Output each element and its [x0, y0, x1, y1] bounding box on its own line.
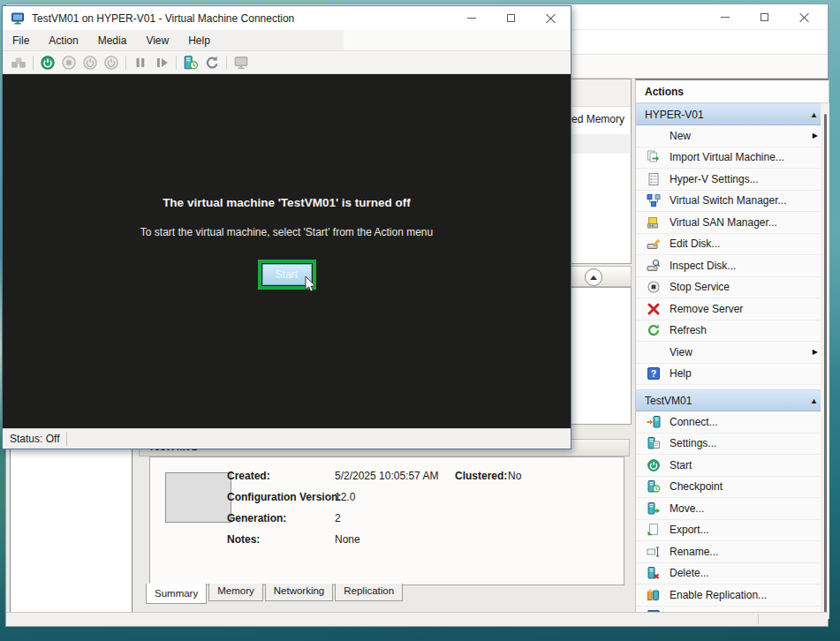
- collapse-arrow-icon: ▲: [810, 110, 818, 119]
- manager-close-button[interactable]: [784, 4, 824, 29]
- vm-connection-window: TestVM01 on HYPER-V01 - Virtual Machine …: [2, 5, 571, 449]
- revert-button[interactable]: [201, 52, 223, 73]
- resume-button[interactable]: [151, 52, 172, 73]
- menu-media[interactable]: Media: [88, 30, 137, 50]
- virtual-switch-icon: [647, 193, 662, 207]
- action-item-edit-disk[interactable]: Edit Disk...: [636, 234, 829, 256]
- action-item-virtual-san-manager[interactable]: Virtual SAN Manager...: [636, 212, 829, 234]
- settings-icon: [647, 436, 662, 450]
- field-value: 5/2/2025 10:05:57 AM: [335, 470, 438, 482]
- ctrl-alt-del-button[interactable]: [8, 52, 29, 73]
- minimize-icon: [467, 18, 476, 19]
- clustered-value: No: [508, 470, 521, 482]
- field-value: 12.0: [335, 491, 355, 503]
- action-item-view[interactable]: View ▶: [636, 342, 829, 364]
- action-item-hyperv-settings[interactable]: Hyper-V Settings...: [636, 169, 829, 191]
- remove-server-icon: [647, 302, 662, 316]
- menu-action[interactable]: Action: [39, 30, 87, 50]
- close-icon: [799, 12, 809, 22]
- action-item-remove-server[interactable]: Remove Server: [636, 298, 829, 320]
- action-item-refresh[interactable]: Refresh: [636, 320, 829, 343]
- desktop: Assigned Memory TestVM01 Created: 5/2/20…: [0, 0, 840, 641]
- chevron-up-icon: [590, 275, 597, 280]
- action-item-export[interactable]: Export...: [636, 520, 829, 542]
- submenu-arrow-icon: ▶: [813, 132, 818, 140]
- enable-replication-icon: [647, 588, 662, 602]
- action-item-virtual-switch-manager[interactable]: Virtual Switch Manager...: [636, 191, 829, 213]
- move-icon: [647, 501, 662, 516]
- enhanced-session-button[interactable]: [231, 52, 252, 73]
- close-icon: [546, 13, 556, 23]
- field-label: Created:: [227, 470, 270, 482]
- action-item-import-virtual-machine[interactable]: Import Virtual Machine...: [636, 147, 829, 170]
- turn-off-button[interactable]: [58, 52, 79, 73]
- menu-help[interactable]: Help: [178, 30, 220, 50]
- status-bar-divider: [758, 615, 759, 624]
- vmconnect-menu-bar: File Action Media View Help: [3, 30, 571, 50]
- actions-scrollbar[interactable]: [821, 103, 829, 617]
- start-button[interactable]: Start: [262, 264, 312, 285]
- field-label: Configuration Version:: [227, 491, 341, 503]
- vmconnect-close-button[interactable]: [531, 6, 571, 30]
- action-item-settings[interactable]: Settings...: [636, 434, 829, 456]
- action-item-rename[interactable]: Rename...: [636, 541, 829, 563]
- action-item-enable-replication[interactable]: Enable Replication...: [636, 584, 829, 607]
- vmconnect-toolbar: [3, 50, 571, 74]
- action-item-stop-service[interactable]: Stop Service: [636, 277, 829, 299]
- manager-status-bar: [6, 612, 828, 626]
- field-value: None: [335, 533, 360, 546]
- action-item-new[interactable]: New ▶: [636, 125, 829, 147]
- action-item-inspect-disk[interactable]: Inspect Disk...: [636, 255, 829, 277]
- toolbar-separator: [125, 56, 126, 70]
- manager-maximize-button[interactable]: [745, 4, 784, 29]
- details-tab-strip: Summary Memory Networking Replication: [146, 584, 405, 607]
- scrollbar-thumb[interactable]: [824, 114, 827, 614]
- manager-tree-pane[interactable]: [10, 445, 132, 613]
- menu-file[interactable]: File: [3, 30, 39, 50]
- actions-group-header-hyperv01[interactable]: HYPER-V01 ▲: [636, 103, 829, 125]
- minimize-icon: [721, 17, 730, 18]
- actions-group-header-testvm01[interactable]: TestVM01 ▲: [636, 389, 829, 411]
- collapse-checkpoints-button[interactable]: [585, 268, 602, 286]
- checkpoint-button[interactable]: [180, 52, 201, 73]
- import-vm-icon: [647, 150, 662, 164]
- toolbar-separator: [176, 56, 177, 70]
- manager-minimize-button[interactable]: [705, 4, 745, 29]
- action-item-delete[interactable]: Delete...: [636, 563, 829, 585]
- tab-summary[interactable]: Summary: [146, 584, 207, 604]
- tab-replication[interactable]: Replication: [335, 584, 403, 601]
- export-icon: [647, 523, 662, 537]
- vmconnect-maximize-button[interactable]: [491, 6, 531, 30]
- status-separator: [66, 432, 67, 446]
- vm-off-instruction: To start the virtual machine, select 'St…: [3, 226, 571, 238]
- inspect-disk-icon: [647, 259, 662, 273]
- action-item-move[interactable]: Move...: [636, 498, 829, 520]
- connect-icon: [647, 415, 662, 429]
- action-item-start[interactable]: Start: [636, 455, 829, 477]
- shut-down-button[interactable]: [79, 52, 101, 73]
- start-vm-button[interactable]: [37, 52, 58, 73]
- action-item-checkpoint[interactable]: Checkpoint: [636, 477, 829, 499]
- menu-view[interactable]: View: [136, 30, 178, 50]
- action-item-help[interactable]: Help: [636, 364, 829, 386]
- vm-details-panel: Created: 5/2/2025 10:05:57 AM Clustered:…: [149, 456, 624, 585]
- rename-icon: [647, 545, 662, 559]
- vm-status-text: Status: Off: [10, 433, 59, 445]
- pause-button[interactable]: [130, 52, 151, 73]
- vm-screen-viewport: The virtual machine 'TestVM01' is turned…: [3, 74, 571, 428]
- action-item-connect[interactable]: Connect...: [636, 411, 829, 434]
- vmconnect-minimize-button[interactable]: [451, 6, 491, 30]
- tab-memory[interactable]: Memory: [208, 584, 263, 601]
- vmconnect-title-bar[interactable]: TestVM01 on HYPER-V01 - Virtual Machine …: [3, 6, 571, 30]
- edit-disk-icon: [647, 237, 662, 251]
- start-button-highlight: Start: [258, 260, 316, 290]
- delete-icon: [647, 566, 662, 580]
- vmconnect-app-icon: [11, 11, 25, 26]
- maximize-icon: [507, 14, 515, 22]
- save-vm-button[interactable]: [101, 52, 122, 73]
- tab-networking[interactable]: Networking: [265, 584, 334, 601]
- virtual-san-icon: [647, 215, 662, 230]
- actions-pane-title: Actions: [636, 80, 829, 103]
- field-label: Notes:: [227, 533, 260, 546]
- stop-service-icon: [647, 280, 662, 294]
